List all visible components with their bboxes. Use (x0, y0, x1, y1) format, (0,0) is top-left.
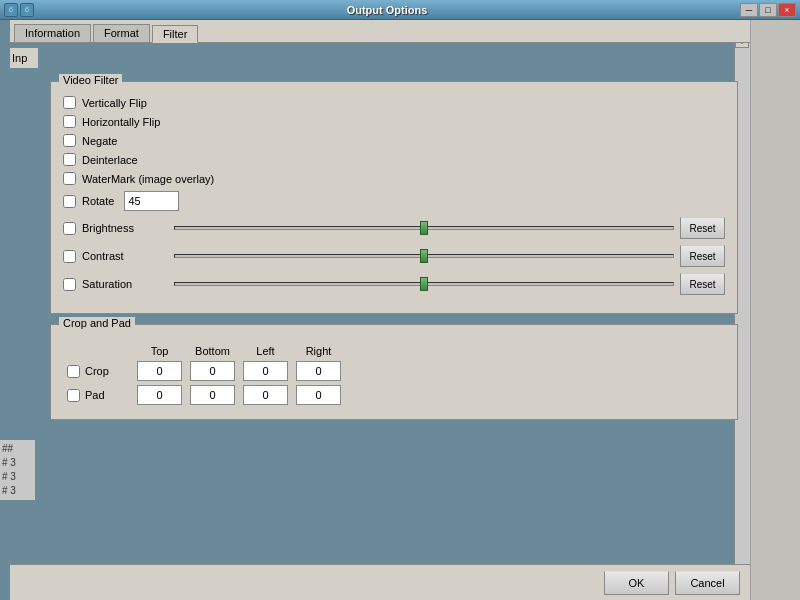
saturation-slider-container (174, 274, 674, 294)
status-item-3: # 3 (2, 470, 33, 484)
deinterlace-checkbox[interactable] (63, 153, 76, 166)
brightness-row: Brightness Reset (63, 217, 725, 239)
title-bar-icons: 6 6 (4, 3, 34, 17)
tab-filter[interactable]: Filter (152, 25, 198, 43)
watermark-label: WaterMark (image overlay) (82, 173, 214, 185)
horizontally-flip-checkbox[interactable] (63, 115, 76, 128)
brightness-slider-thumb[interactable] (420, 221, 428, 235)
title-bar: 6 6 Output Options ─ □ × (0, 0, 800, 20)
rotate-input[interactable] (124, 191, 179, 211)
brightness-reset-button[interactable]: Reset (680, 217, 725, 239)
crop-bottom-input[interactable] (190, 361, 235, 381)
contrast-row: Contrast Reset (63, 245, 725, 267)
saturation-slider-track (174, 282, 674, 286)
app-icon-2: 6 (20, 3, 34, 17)
header-bottom: Bottom (186, 343, 239, 359)
contrast-slider-thumb[interactable] (420, 249, 428, 263)
contrast-checkbox[interactable] (63, 250, 76, 263)
title-controls: ─ □ × (740, 3, 796, 17)
saturation-label-wrap: Saturation (63, 278, 168, 291)
negate-row: Negate (63, 134, 725, 147)
pad-bottom-input[interactable] (190, 385, 235, 405)
right-column (750, 20, 800, 600)
header-top: Top (133, 343, 186, 359)
contrast-label: Contrast (82, 250, 124, 262)
horizontally-flip-row: Horizontally Flip (63, 115, 725, 128)
watermark-row: WaterMark (image overlay) (63, 172, 725, 185)
saturation-label: Saturation (82, 278, 132, 290)
status-item-1: ## (2, 442, 33, 456)
brightness-slider-container (174, 218, 674, 238)
pad-top-input[interactable] (137, 385, 182, 405)
crop-top-input[interactable] (137, 361, 182, 381)
crop-pad-table: Top Bottom Left Right Crop (63, 343, 345, 407)
crop-right-input[interactable] (296, 361, 341, 381)
brightness-label: Brightness (82, 222, 134, 234)
negate-checkbox[interactable] (63, 134, 76, 147)
main-content: Video Filter Vertically Flip Horizontall… (38, 71, 750, 430)
video-filter-group: Video Filter Vertically Flip Horizontall… (50, 81, 738, 314)
status-item-2: # 3 (2, 456, 33, 470)
saturation-row: Saturation Reset (63, 273, 725, 295)
tab-information[interactable]: Information (14, 24, 91, 42)
maximize-button[interactable]: □ (759, 3, 777, 17)
contrast-label-wrap: Contrast (63, 250, 168, 263)
vertically-flip-checkbox[interactable] (63, 96, 76, 109)
crop-label: Crop (85, 365, 109, 377)
bottom-buttons-bar: OK Cancel (10, 564, 750, 600)
vertically-flip-row: Vertically Flip (63, 96, 725, 109)
rotate-checkbox[interactable] (63, 195, 76, 208)
rotate-label: Rotate (82, 195, 114, 207)
dialog-title: Output Options (34, 4, 740, 16)
app-icon-1: 6 (4, 3, 18, 17)
sidebar-label: Inp (10, 48, 38, 68)
saturation-slider-thumb[interactable] (420, 277, 428, 291)
negate-label: Negate (82, 135, 117, 147)
deinterlace-label: Deinterlace (82, 154, 138, 166)
minimize-button[interactable]: ─ (740, 3, 758, 17)
ok-button[interactable]: OK (604, 571, 669, 595)
saturation-reset-button[interactable]: Reset (680, 273, 725, 295)
header-right: Right (292, 343, 345, 359)
pad-right-input[interactable] (296, 385, 341, 405)
close-button[interactable]: × (778, 3, 796, 17)
contrast-reset-button[interactable]: Reset (680, 245, 725, 267)
header-left: Left (239, 343, 292, 359)
tab-format[interactable]: Format (93, 24, 150, 42)
status-item-4: # 3 (2, 484, 33, 498)
saturation-checkbox[interactable] (63, 278, 76, 291)
video-filter-label: Video Filter (59, 74, 122, 86)
contrast-slider-track (174, 254, 674, 258)
vertically-flip-label: Vertically Flip (82, 97, 147, 109)
crop-left-input[interactable] (243, 361, 288, 381)
deinterlace-row: Deinterlace (63, 153, 725, 166)
horizontally-flip-label: Horizontally Flip (82, 116, 160, 128)
pad-left-input[interactable] (243, 385, 288, 405)
cancel-button[interactable]: Cancel (675, 571, 740, 595)
pad-checkbox[interactable] (67, 389, 80, 402)
contrast-slider-container (174, 246, 674, 266)
crop-pad-label: Crop and Pad (59, 317, 135, 329)
crop-checkbox[interactable] (67, 365, 80, 378)
watermark-checkbox[interactable] (63, 172, 76, 185)
tabs-bar: Information Format Filter (10, 20, 750, 43)
crop-row: Crop (63, 359, 345, 383)
dialog-content: Information Format Filter Inp Video Filt… (10, 20, 750, 564)
status-bar: ## # 3 # 3 # 3 (0, 440, 35, 500)
brightness-checkbox[interactable] (63, 222, 76, 235)
pad-row: Pad (63, 383, 345, 407)
pad-label: Pad (85, 389, 105, 401)
brightness-label-wrap: Brightness (63, 222, 168, 235)
brightness-slider-track (174, 226, 674, 230)
rotate-row: Rotate (63, 191, 725, 211)
crop-pad-group: Crop and Pad Top Bottom Left Right (50, 324, 738, 420)
